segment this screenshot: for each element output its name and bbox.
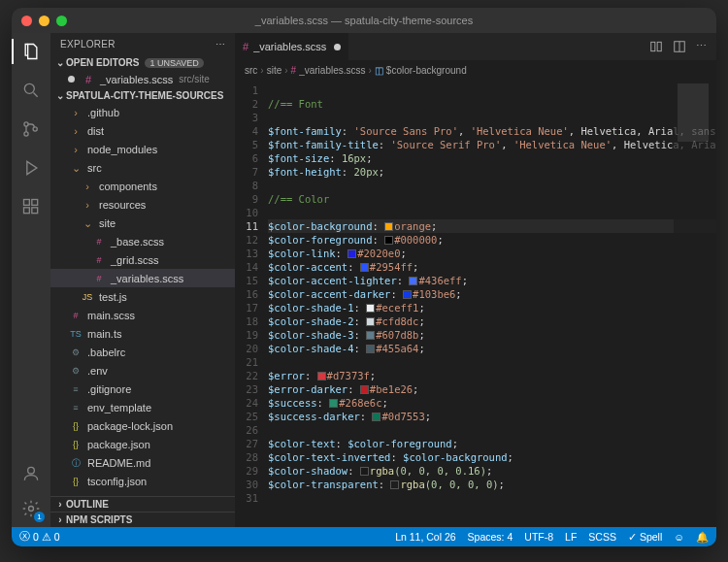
sidebar-title: EXPLORER	[60, 39, 116, 50]
breadcrumb[interactable]: src› site› # _variables.scss› ◫ $color-b…	[235, 60, 716, 80]
line-gutter: 1234567891011121314151617181920212223242…	[235, 80, 268, 527]
svg-rect-4	[24, 200, 30, 206]
titlebar[interactable]: _variables.scss — spatula-city-theme-sou…	[12, 8, 716, 33]
chevron-icon: ›	[68, 123, 83, 139]
project-section[interactable]: ⌄ SPATULA-CITY-THEME-SOURCES	[50, 88, 235, 103]
tree-label: node_modules	[87, 142, 157, 157]
tree-file[interactable]: ≡env_template	[50, 398, 235, 416]
tab-actions: ⋯	[649, 40, 716, 53]
explorer-activity-icon[interactable]	[20, 41, 42, 62]
outline-label: OUTLINE	[66, 499, 109, 510]
tree-label: site	[99, 215, 116, 231]
tree-folder[interactable]: ›resources	[50, 195, 235, 214]
tree-label: _variables.scss	[111, 271, 183, 286]
compare-changes-icon[interactable]	[649, 40, 663, 53]
ts-file-icon: TS	[68, 326, 83, 342]
svg-rect-10	[651, 42, 655, 50]
tree-file[interactable]: #main.scss	[50, 306, 235, 324]
tree-folder[interactable]: ›dist	[50, 121, 235, 140]
sidebar-header: EXPLORER ⋯	[50, 33, 235, 55]
crumb-src[interactable]: src	[245, 65, 257, 76]
status-bell-icon[interactable]: 🔔	[696, 531, 709, 544]
scss-file-icon: #	[91, 271, 107, 286]
tree-file[interactable]: {}package.json	[50, 435, 235, 453]
open-editor-name: _variables.scss	[100, 72, 173, 87]
outline-section[interactable]: › OUTLINE	[50, 496, 235, 512]
tree-file[interactable]: ⚙.babelrc	[50, 343, 235, 361]
extensions-activity-icon[interactable]	[20, 196, 42, 217]
tree-folder[interactable]: ⌄src	[50, 158, 235, 177]
tree-label: _grid.scss	[111, 252, 159, 268]
tree-label: package-lock.json	[87, 418, 173, 434]
crumb-site[interactable]: site	[267, 65, 282, 76]
tab-label: _variables.scss	[253, 41, 326, 52]
tree-label: components	[99, 179, 157, 194]
settings-activity-icon[interactable]: 1	[20, 498, 42, 519]
scss-file-icon: #	[243, 41, 248, 52]
accounts-activity-icon[interactable]	[20, 463, 42, 484]
editor-body[interactable]: 1234567891011121314151617181920212223242…	[235, 80, 716, 527]
svg-point-9	[29, 507, 34, 512]
sidebar-more-icon[interactable]: ⋯	[215, 39, 225, 50]
tab-bar: # _variables.scss ⋯	[235, 33, 716, 60]
status-eol[interactable]: LF	[565, 531, 577, 543]
code-area[interactable]: //== Font $font-family: 'Source Sans Pro…	[268, 80, 716, 527]
status-cursor[interactable]: Ln 11, Col 26	[395, 531, 455, 543]
warning-icon: ⚠	[42, 531, 51, 543]
open-editors-section[interactable]: ⌄ OPEN EDITORS 1 UNSAVED	[50, 55, 235, 70]
more-actions-icon[interactable]: ⋯	[696, 40, 707, 53]
vscode-window: _variables.scss — spatula-city-theme-sou…	[12, 8, 716, 546]
modified-dot-icon	[68, 76, 75, 83]
tree-folder[interactable]: ›.github	[50, 103, 235, 121]
status-spaces[interactable]: Spaces: 4	[468, 531, 513, 543]
md-file-icon: ⓘ	[68, 455, 83, 471]
tree-label: .github	[87, 105, 119, 120]
tree-file[interactable]: TSmain.ts	[50, 324, 235, 343]
scss-file-icon: #	[291, 65, 297, 76]
conf-file-icon: ⚙	[68, 363, 83, 379]
search-activity-icon[interactable]	[20, 80, 42, 101]
tree-file[interactable]: ≡.gitignore	[50, 380, 235, 398]
tree-label: dist	[87, 123, 104, 139]
npm-scripts-section[interactable]: › NPM SCRIPTS	[50, 512, 235, 527]
scss-file-icon: #	[81, 72, 96, 87]
tree-file[interactable]: {}tsconfig.json	[50, 472, 235, 490]
js-file-icon: JS	[80, 289, 95, 305]
scss-file-icon: #	[68, 308, 83, 323]
tree-folder[interactable]: ›node_modules	[50, 140, 235, 158]
status-feedback[interactable]: ☺	[674, 531, 684, 543]
split-editor-icon[interactable]	[673, 40, 686, 53]
tree-label: main.ts	[87, 326, 121, 342]
scm-activity-icon[interactable]	[20, 118, 42, 140]
tab-variables-scss[interactable]: # _variables.scss	[235, 33, 349, 60]
tree-label: .babelrc	[87, 345, 125, 360]
chevron-icon: ›	[80, 179, 95, 194]
txt-file-icon: ≡	[68, 400, 83, 415]
unsaved-pill: 1 UNSAVED	[145, 58, 203, 68]
tree-label: _base.scss	[111, 234, 164, 249]
tree-file[interactable]: ⓘREADME.md	[50, 453, 235, 472]
tree-folder[interactable]: ⌄site	[50, 214, 235, 232]
open-editor-item[interactable]: # _variables.scss src/site	[50, 70, 235, 88]
status-language[interactable]: SCSS	[588, 531, 616, 543]
tree-file[interactable]: #_base.scss	[50, 232, 235, 250]
minimap[interactable]	[674, 80, 716, 527]
tree-folder[interactable]: ›components	[50, 177, 235, 195]
crumb-symbol[interactable]: $color-background	[386, 65, 467, 76]
tree-file[interactable]: JStest.js	[50, 287, 235, 306]
crumb-file[interactable]: _variables.scss	[299, 65, 365, 76]
chevron-icon: ›	[68, 142, 83, 157]
tree-file[interactable]: {}package-lock.json	[50, 416, 235, 435]
tree-file[interactable]: ⚙.env	[50, 361, 235, 380]
settings-badge: 1	[34, 512, 45, 522]
chevron-icon: ⌄	[68, 160, 83, 176]
tree-label: .gitignore	[87, 381, 131, 397]
debug-activity-icon[interactable]	[20, 157, 42, 179]
status-problems[interactable]: ⓧ0 ⚠0	[19, 530, 60, 544]
tree-file[interactable]: #_variables.scss	[50, 269, 235, 287]
status-encoding[interactable]: UTF-8	[524, 531, 553, 543]
tree-file[interactable]: #_grid.scss	[50, 250, 235, 269]
status-spell[interactable]: ✓Spell	[628, 531, 662, 543]
window-title: _variables.scss — spatula-city-theme-sou…	[12, 15, 716, 26]
tree-label: env_template	[87, 400, 151, 415]
